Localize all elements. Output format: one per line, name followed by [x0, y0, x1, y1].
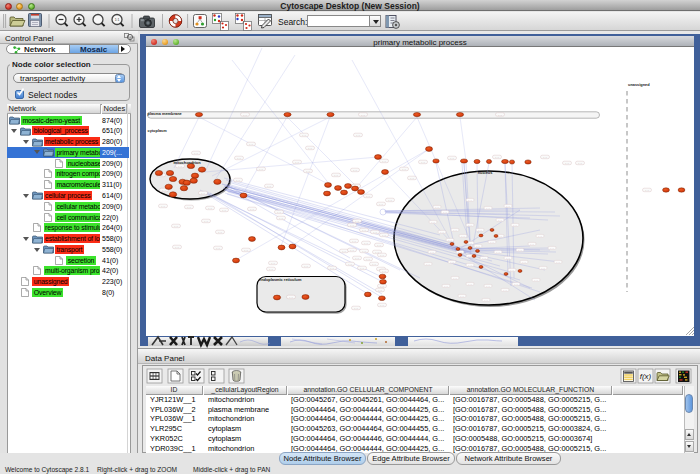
svg-text:f(x): f(x)	[640, 372, 652, 381]
